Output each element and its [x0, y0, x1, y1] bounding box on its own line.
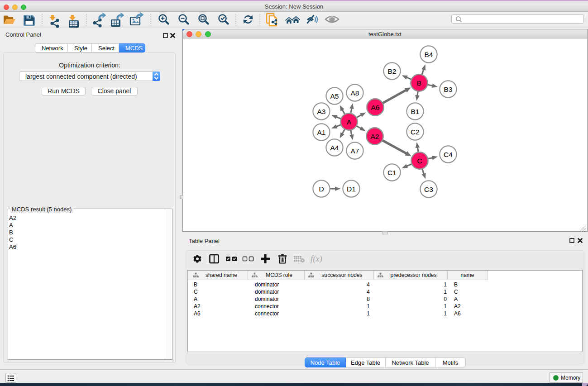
svg-text:D: D	[319, 185, 324, 193]
svg-text:A5: A5	[330, 92, 339, 100]
svg-text:B2: B2	[388, 67, 397, 75]
svg-text:B3: B3	[444, 86, 453, 93]
svg-text:A2: A2	[371, 133, 379, 140]
svg-text:C4: C4	[444, 151, 453, 158]
svg-text:A7: A7	[351, 147, 359, 155]
svg-text:B4: B4	[425, 51, 433, 58]
svg-text:B: B	[417, 79, 421, 87]
svg-text:C2: C2	[411, 128, 420, 136]
svg-text:C: C	[417, 157, 422, 165]
svg-text:A4: A4	[330, 144, 339, 152]
svg-text:A: A	[347, 118, 352, 126]
svg-text:D1: D1	[347, 185, 356, 193]
svg-text:A1: A1	[317, 129, 326, 136]
svg-text:f(x): f(x)	[311, 254, 322, 264]
svg-text:C3: C3	[424, 186, 433, 193]
svg-text:A3: A3	[317, 108, 326, 115]
svg-text:C1: C1	[387, 169, 397, 176]
svg-text:A8: A8	[351, 89, 359, 97]
svg-text:B1: B1	[411, 108, 420, 115]
svg-text:A6: A6	[371, 104, 380, 111]
